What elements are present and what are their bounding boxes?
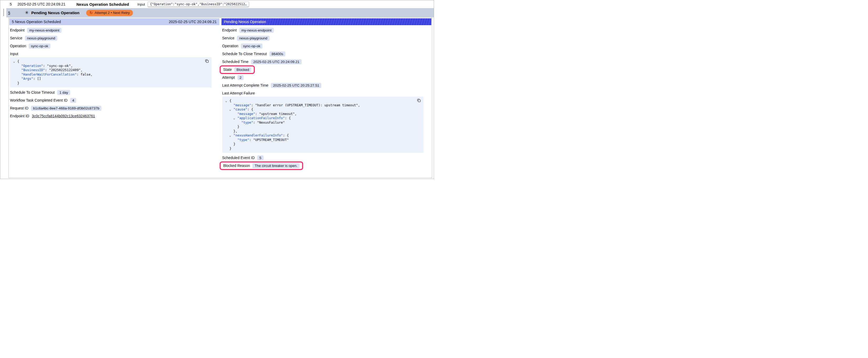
- event-history-view: 5 2025-02-25 UTC 20:24:09.21 Nexus Opera…: [0, 0, 434, 179]
- field-row-operation: Operationsync-op-ok: [222, 43, 432, 49]
- right-panel-title: Pending Nexus Operation: [224, 20, 266, 24]
- retry-icon: ↻: [89, 11, 93, 15]
- retry-attempt-label: Attempt 2 • Next Retry: [95, 11, 130, 15]
- code-token: :: [283, 133, 287, 138]
- code-lines: ⌄{"message": "handler error (UPSTREAM_TI…: [224, 99, 422, 151]
- code-token: ,: [71, 64, 73, 68]
- input-json-viewer: ⌄{"Operation": "sync-op-ok","BusinessID"…: [10, 57, 212, 88]
- code-token: }: [17, 81, 20, 86]
- code-line: }: [224, 147, 422, 151]
- code-gutter: [229, 103, 234, 108]
- nexus-asterisk-icon: ✳: [25, 10, 29, 15]
- code-token: :: [285, 116, 289, 121]
- copy-icon[interactable]: [205, 59, 209, 63]
- field-row-schedule-to-close-timeout: Schedule To Close Timeout1 day: [10, 90, 219, 95]
- code-gutter: [229, 142, 234, 147]
- code-token: {: [287, 133, 289, 138]
- code-token: }: [234, 142, 236, 147]
- field-label: State: [223, 67, 232, 72]
- field-inner: Endpointmy-nexus-endpoint: [222, 28, 274, 33]
- field-inner: Servicenexus-playground: [222, 36, 270, 41]
- field-inner: Attempt2: [222, 75, 244, 80]
- annotation-highlight: Blocked ReasonThe circuit breaker is ope…: [220, 161, 304, 170]
- field-value-badge: b1c6a4bc-8ee7-468a-9169-df3b02c8737b: [31, 106, 101, 111]
- collapse-chevron-icon[interactable]: ⌄: [13, 59, 17, 64]
- event-input-preview[interactable]: {"Operation":"sync-op-ok","BusinessID":"…: [148, 2, 249, 7]
- field-value-badge: 2: [238, 75, 244, 80]
- code-token: "UPSTREAM_TIMEOUT": [253, 138, 289, 142]
- retry-attempt-badge: ↻ Attempt 2 • Next Retry: [86, 10, 133, 16]
- code-line: "type": "NexusFailure": [224, 121, 422, 125]
- field-row-endpoint: Endpointmy-nexus-endpoint: [222, 27, 432, 33]
- code-token: "sync-op-ok": [47, 64, 71, 68]
- field-label: Service: [222, 36, 235, 40]
- field-value-badge: Blocked: [234, 67, 251, 72]
- code-token: :: [253, 121, 257, 125]
- right-fields-bottom: Scheduled Event ID5Blocked ReasonThe cir…: [221, 155, 432, 168]
- code-token: :: [249, 138, 253, 142]
- left-fields-bottom: Schedule To Close Timeout1 dayWorkflow T…: [9, 90, 219, 119]
- event-detail-right-column: Pending Nexus Operation Endpointmy-nexus…: [221, 19, 432, 177]
- collapse-chevron-icon[interactable]: ⌄: [225, 99, 229, 103]
- field-label: Operation: [10, 44, 26, 48]
- code-token: "BusinessID": [21, 68, 45, 72]
- field-inner: Request IDb1c6a4bc-8ee7-468a-9169-df3b02…: [10, 106, 101, 111]
- code-token: "upstream timeout": [259, 112, 294, 116]
- field-row-service: Servicenexus-playground: [222, 35, 432, 41]
- field-row-operation: Operationsync-op-ok: [10, 43, 219, 49]
- code-gutter: [17, 64, 21, 68]
- field-row-scheduled-time: Scheduled Time2025-02-25 UTC 20:24:09.21: [222, 59, 432, 65]
- field-inner: Operationsync-op-ok: [10, 43, 51, 48]
- code-token: "cause": [234, 107, 247, 112]
- field-value-badge: 2025-02-25 UTC 20:25:27.51: [271, 83, 321, 88]
- code-token: "type": [242, 121, 253, 125]
- code-gutter: [233, 138, 238, 142]
- field-row-state: StateBlocked: [222, 67, 432, 72]
- code-token: "HandlerWaitForCancellation": [21, 72, 77, 77]
- field-value-badge: nexus-playground: [25, 36, 57, 41]
- annotation-highlight: StateBlocked: [220, 65, 255, 74]
- field-row-last-attempt-complete-time: Last Attempt Complete Time2025-02-25 UTC…: [222, 83, 432, 88]
- pending-event-id-link[interactable]: 5: [8, 11, 10, 15]
- field-inner: Scheduled Event ID5: [222, 155, 264, 160]
- code-line: }: [224, 125, 422, 129]
- event-input-label: Input: [137, 2, 145, 6]
- code-lines: ⌄{"Operation": "sync-op-ok","BusinessID"…: [12, 59, 209, 85]
- code-token: "applicationFailureInfo": [238, 116, 285, 121]
- field-row-workflow-task-completed-event-id: Workflow Task Completed Event ID4: [10, 97, 219, 103]
- pending-operation-row[interactable]: 5 ✳ Pending Nexus Operation ↻ Attempt 2 …: [6, 8, 434, 17]
- code-line: },: [224, 129, 422, 134]
- event-detail-left-column: 5 Nexus Operation Scheduled 2025-02-25 U…: [9, 19, 219, 177]
- code-gutter: [225, 147, 229, 151]
- collapse-chevron-icon[interactable]: ⌄: [229, 133, 234, 138]
- code-gutter: [13, 81, 17, 86]
- field-value-badge: 5: [257, 155, 264, 160]
- collapse-chevron-icon[interactable]: ⌄: [233, 116, 238, 121]
- field-inner: Workflow Task Completed Event ID4: [10, 98, 76, 103]
- input-section-label: Input: [9, 51, 219, 57]
- field-row-attempt: Attempt2: [222, 74, 432, 80]
- field-value-badge: 1 day: [57, 90, 70, 95]
- field-label: Scheduled Time: [222, 60, 249, 64]
- code-token: false: [81, 72, 91, 77]
- failure-json-viewer: ⌄{"message": "handler error (UPSTREAM_TI…: [222, 97, 424, 153]
- code-line: "message": "handler error (UPSTREAM_TIME…: [224, 103, 422, 108]
- field-label: Endpoint: [10, 28, 25, 32]
- code-token: {: [17, 59, 20, 64]
- code-token: ,: [358, 103, 360, 108]
- event-detail-panel: 5 Nexus Operation Scheduled 2025-02-25 U…: [8, 18, 432, 178]
- left-panel-header: 5 Nexus Operation Scheduled 2025-02-25 U…: [9, 19, 219, 25]
- code-token: {: [251, 107, 253, 112]
- field-inner: Scheduled Time2025-02-25 UTC 20:24:09.21: [222, 59, 302, 64]
- code-token: }: [229, 147, 232, 151]
- code-line: ⌄"nexusHandlerFailureInfo": {: [224, 133, 422, 138]
- field-row-blocked-reason: Blocked ReasonThe circuit breaker is ope…: [222, 163, 432, 168]
- copy-icon[interactable]: [417, 98, 421, 102]
- field-row-service: Servicenexus-playground: [10, 35, 219, 41]
- code-token: :: [33, 77, 37, 81]
- collapse-chevron-icon[interactable]: ⌄: [229, 107, 234, 112]
- field-inner: Endpoint ID3c0c75ccfa8144b092c13ce632463…: [10, 114, 95, 118]
- field-value-link[interactable]: 3c0c75ccfa8144b092c13ce632463761: [32, 114, 95, 118]
- event-summary-row[interactable]: 5 2025-02-25 UTC 20:24:09.21 Nexus Opera…: [0, 0, 434, 8]
- field-value-badge: 4: [70, 98, 76, 103]
